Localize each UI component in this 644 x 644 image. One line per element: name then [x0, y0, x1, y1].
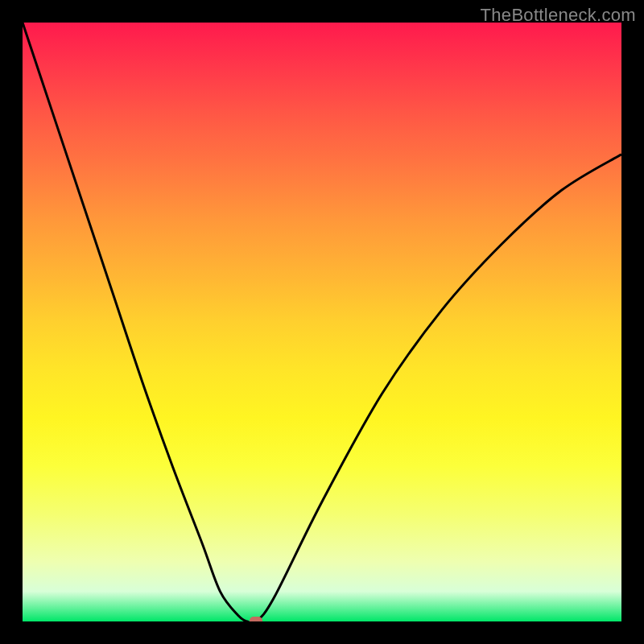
curve-svg	[23, 23, 621, 621]
optimal-point-marker	[250, 617, 262, 621]
watermark-text: TheBottleneck.com	[481, 5, 636, 26]
bottleneck-curve	[23, 23, 621, 621]
plot-area	[23, 23, 621, 621]
